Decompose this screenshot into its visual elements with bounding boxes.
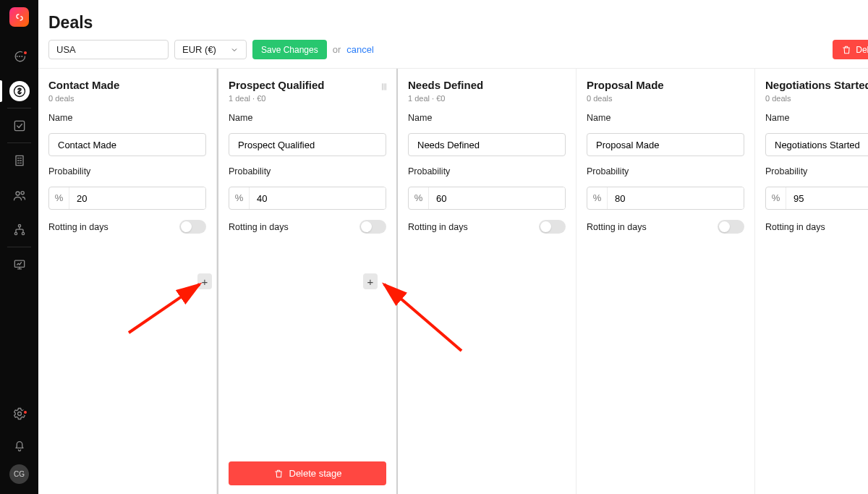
percent-prefix: % xyxy=(587,187,608,209)
save-button[interactable]: Save Changes xyxy=(252,40,327,59)
stage-name-input[interactable] xyxy=(408,133,566,156)
name-label: Name xyxy=(587,113,744,123)
rotting-label: Rotting in days xyxy=(48,222,109,232)
notification-dot xyxy=(22,50,28,56)
currency-select[interactable]: EUR (€) xyxy=(174,40,247,59)
checkbox-icon xyxy=(12,119,27,133)
presentation-icon xyxy=(12,257,27,272)
notification-dot xyxy=(22,409,28,415)
probability-input-wrap: % xyxy=(48,187,206,210)
stage-subtitle: 0 deals xyxy=(587,94,744,103)
stage-negotiations-started: Negotiations Started 0 deals Name Probab… xyxy=(755,69,868,494)
delete-stage-button[interactable]: Delete stage xyxy=(229,461,386,485)
probability-input[interactable] xyxy=(608,187,744,209)
stage-subtitle: 1 deal · €0 xyxy=(229,94,386,103)
pipeline-name-input[interactable] xyxy=(48,40,169,59)
app-logo[interactable] xyxy=(9,7,29,27)
delete-stage-label: Delete stage xyxy=(289,468,342,479)
svg-point-7 xyxy=(21,192,24,195)
probability-input-wrap: % xyxy=(765,187,868,210)
rotting-toggle[interactable] xyxy=(359,220,386,234)
building-icon xyxy=(12,153,27,168)
nav-workflows[interactable] xyxy=(0,215,38,245)
sidebar: CG xyxy=(0,0,38,494)
probability-input-wrap: % xyxy=(587,187,744,210)
probability-input[interactable] xyxy=(250,187,386,209)
stage-title: Prospect Qualified xyxy=(229,79,386,91)
stage-title: Needs Defined xyxy=(408,79,566,91)
nav-deals[interactable] xyxy=(0,76,38,106)
stage-name-input[interactable] xyxy=(229,133,386,156)
or-label: or xyxy=(333,44,341,55)
svg-rect-4 xyxy=(14,121,24,130)
trash-icon xyxy=(273,469,284,479)
stage-name-input[interactable] xyxy=(48,133,206,156)
delete-pipeline-label: Delete Pipeline xyxy=(856,45,868,55)
chevron-down-icon xyxy=(230,46,239,54)
rotting-toggle[interactable] xyxy=(179,220,206,234)
nav-chat[interactable] xyxy=(0,41,38,72)
nav-notifications[interactable] xyxy=(0,433,38,459)
stage-contact-made: Contact Made 0 deals Name Probability % … xyxy=(38,69,217,494)
svg-point-2 xyxy=(21,56,22,57)
name-label: Name xyxy=(229,113,386,123)
rotting-label: Rotting in days xyxy=(765,222,825,232)
probability-label: Probability xyxy=(48,166,206,176)
probability-input-wrap: % xyxy=(408,187,566,210)
svg-point-6 xyxy=(16,192,20,195)
dollar-icon xyxy=(9,81,30,101)
delete-pipeline-button[interactable]: Delete Pipeline xyxy=(833,40,868,59)
stage-title: Contact Made xyxy=(48,79,206,91)
trash-icon xyxy=(841,45,851,55)
rotting-label: Rotting in days xyxy=(587,222,647,232)
avatar[interactable]: CG xyxy=(9,464,29,484)
main: Deals EUR (€) Save Changes or cancel Del… xyxy=(38,0,868,494)
percent-prefix: % xyxy=(49,187,69,209)
nav-tasks[interactable] xyxy=(0,111,38,141)
bell-icon xyxy=(12,438,27,453)
stage-name-input[interactable] xyxy=(765,133,868,156)
board: Contact Made 0 deals Name Probability % … xyxy=(38,69,868,494)
stage-needs-defined: Needs Defined 1 deal · €0 Name Probabili… xyxy=(398,69,576,494)
name-label: Name xyxy=(408,113,566,123)
probability-label: Probability xyxy=(229,166,386,176)
add-stage-left-button[interactable]: + xyxy=(197,273,212,289)
probability-label: Probability xyxy=(765,166,868,176)
nav-settings[interactable] xyxy=(0,401,38,427)
drag-handle-icon[interactable] xyxy=(379,82,389,95)
probability-label: Probability xyxy=(587,166,744,176)
nav-reports[interactable] xyxy=(0,250,38,280)
stage-title: Proposal Made xyxy=(587,79,744,91)
probability-input[interactable] xyxy=(69,187,205,209)
percent-prefix: % xyxy=(229,187,250,209)
probability-label: Probability xyxy=(408,166,566,176)
name-label: Name xyxy=(765,113,868,123)
probability-input[interactable] xyxy=(786,187,868,209)
nav-contacts[interactable] xyxy=(0,180,38,210)
rotting-toggle[interactable] xyxy=(718,220,744,234)
stage-name-input[interactable] xyxy=(587,133,744,156)
stage-proposal-made: Proposal Made 0 deals Name Probability %… xyxy=(576,69,755,494)
probability-input[interactable] xyxy=(429,187,565,209)
name-label: Name xyxy=(48,113,206,123)
stage-subtitle: 0 deals xyxy=(765,94,868,103)
nav-companies[interactable] xyxy=(0,145,38,176)
rotting-label: Rotting in days xyxy=(408,222,468,232)
svg-rect-11 xyxy=(14,260,24,267)
page-title: Deals xyxy=(48,13,868,33)
tree-icon xyxy=(12,223,27,237)
toolbar: EUR (€) Save Changes or cancel Delete Pi… xyxy=(38,40,868,69)
stage-subtitle: 1 deal · €0 xyxy=(408,94,566,103)
rotting-toggle[interactable] xyxy=(539,220,566,234)
probability-input-wrap: % xyxy=(229,187,386,210)
cancel-link[interactable]: cancel xyxy=(346,44,374,55)
add-stage-right-button[interactable]: + xyxy=(363,273,378,289)
percent-prefix: % xyxy=(766,187,786,209)
rotting-label: Rotting in days xyxy=(229,222,289,232)
svg-rect-5 xyxy=(16,156,23,165)
users-icon xyxy=(12,188,27,203)
stage-subtitle: 0 deals xyxy=(48,94,206,103)
percent-prefix: % xyxy=(409,187,429,209)
currency-value: EUR (€) xyxy=(182,44,216,55)
svg-point-12 xyxy=(17,412,21,416)
